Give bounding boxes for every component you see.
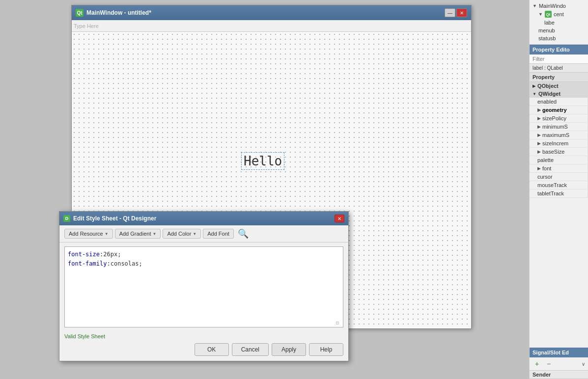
- tree-item-menubar[interactable]: menub: [530, 27, 588, 34]
- property-row-minimums[interactable]: ▶ minimumS: [530, 123, 588, 131]
- property-name-tablettrack: tabletTrack: [530, 190, 588, 197]
- property-editor-title: Property Edito: [532, 47, 570, 53]
- property-row-sizepolicy[interactable]: ▶ sizePolicy: [530, 114, 588, 123]
- add-font-label: Add Font: [207, 231, 229, 237]
- sizeincrem-expand-arrow: ▶: [537, 141, 541, 146]
- maximums-expand-arrow: ▶: [537, 133, 541, 137]
- font-label: font: [542, 165, 551, 171]
- property-name-cursor: cursor: [530, 173, 588, 181]
- help-button[interactable]: Help: [309, 343, 343, 356]
- minimums-expand-arrow: ▶: [537, 124, 541, 129]
- property-label-info: label : QLabel: [530, 64, 588, 73]
- property-row-palette[interactable]: palette: [530, 156, 588, 164]
- property-name-sizeincrem: ▶ sizeIncrem: [530, 139, 588, 147]
- qt-window-title: MainWindow - untitled*: [86, 9, 442, 16]
- add-gradient-arrow: ▼: [152, 232, 156, 236]
- add-resource-label: Add Resource: [69, 231, 103, 237]
- dialog-buttons: OK Cancel Apply Help: [59, 340, 348, 361]
- property-name-basesize: ▶ baseSize: [530, 148, 588, 156]
- css-font-size-property: font-size: [68, 251, 100, 258]
- dialog-titlebar: D Edit Style Sheet - Qt Designer ✕: [59, 212, 348, 225]
- property-filter-input[interactable]: [530, 54, 588, 64]
- valid-style-sheet-status: Valid Style Sheet: [59, 331, 348, 340]
- add-color-arrow: ▼: [193, 232, 196, 236]
- signal-slot-header: Signal/Slot Ed: [530, 348, 588, 357]
- property-name-geometry: ▶ geometry: [530, 106, 588, 114]
- signal-add-button[interactable]: +: [532, 359, 541, 368]
- tree-icon-central: Qt: [545, 11, 552, 18]
- property-row-enabled[interactable]: enabled: [530, 98, 588, 106]
- property-name-minimums: ▶ minimumS: [530, 123, 588, 131]
- signal-slot-title: Signal/Slot Ed: [532, 350, 569, 355]
- property-name-enabled: enabled: [530, 98, 588, 106]
- property-row-cursor[interactable]: cursor: [530, 173, 588, 181]
- property-row-geometry[interactable]: ▶ geometry: [530, 106, 588, 114]
- basesize-expand-arrow: ▶: [537, 149, 541, 154]
- add-resource-arrow: ▼: [105, 232, 109, 236]
- tree-item-label[interactable]: labe: [530, 19, 588, 27]
- qobject-expand-icon: ▶: [532, 84, 535, 88]
- property-row-maximums[interactable]: ▶ maximumS: [530, 131, 588, 139]
- sizeincrem-label: sizeIncrem: [542, 140, 568, 146]
- apply-button[interactable]: Apply: [272, 343, 306, 356]
- signal-slot-toolbar: + − ∨: [530, 357, 588, 371]
- add-color-button[interactable]: Add Color ▼: [163, 229, 201, 239]
- tree-label-central: cent: [554, 11, 564, 17]
- add-gradient-label: Add Gradient: [119, 231, 151, 237]
- tree-item-mainwindow[interactable]: ▼ MainWindo: [530, 2, 588, 10]
- style-sheet-dialog: D Edit Style Sheet - Qt Designer ✕ Add R…: [59, 211, 349, 361]
- qt-menubar: Type Here: [72, 20, 471, 32]
- signal-expand-button[interactable]: ∨: [582, 361, 585, 367]
- qt-app-icon: Qt: [76, 9, 84, 17]
- tree-label-statusbar: statusb: [538, 35, 556, 41]
- resize-handle[interactable]: ⊡: [336, 320, 342, 326]
- css-font-size-value: 26px;: [103, 251, 121, 258]
- main-area: Qt MainWindow - untitled* — ✕ Type Here …: [0, 0, 529, 379]
- property-row-sizeincrem[interactable]: ▶ sizeIncrem: [530, 139, 588, 148]
- dialog-toolbar: Add Resource ▼ Add Gradient ▼ Add Color …: [59, 225, 348, 243]
- geometry-label: geometry: [542, 107, 567, 113]
- geometry-expand-arrow: ▶: [537, 108, 541, 112]
- cancel-button[interactable]: Cancel: [232, 343, 269, 356]
- maximums-label: maximumS: [542, 132, 569, 138]
- tree-arrow-mainwindow: ▼: [532, 3, 537, 8]
- css-line-1: font-size:26px;: [68, 250, 340, 259]
- minimize-button[interactable]: —: [445, 8, 455, 17]
- property-name-sizepolicy: ▶ sizePolicy: [530, 114, 588, 122]
- css-font-family-value: consolas;: [111, 260, 142, 267]
- add-color-label: Add Color: [167, 231, 191, 237]
- tree-label-mainwindow: MainWindo: [539, 3, 566, 9]
- dialog-close-button[interactable]: ✕: [335, 215, 344, 222]
- qwidget-section[interactable]: ▼ QWidget: [530, 90, 588, 98]
- tree-arrow-central: ▼: [538, 12, 543, 17]
- property-name-mousetrack: mouseTrack: [530, 181, 588, 189]
- property-row-mousetrack[interactable]: mouseTrack: [530, 181, 588, 190]
- tree-item-statusbar[interactable]: statusb: [530, 34, 588, 42]
- object-tree: ▼ MainWindo ▼ Qt cent labe menub statusb: [530, 0, 588, 45]
- add-font-button[interactable]: Add Font: [203, 229, 234, 239]
- property-header-row: Property: [530, 73, 588, 82]
- close-button[interactable]: ✕: [456, 8, 467, 17]
- tree-item-central[interactable]: ▼ Qt cent: [530, 10, 588, 19]
- search-icon: 🔍: [238, 228, 249, 239]
- sizepolicy-label: sizePolicy: [542, 115, 566, 121]
- qwidget-expand-icon: ▼: [532, 92, 536, 96]
- property-col-header: Property: [530, 73, 588, 81]
- css-font-family-property: font-family: [68, 260, 107, 267]
- qt-titlebar: Qt MainWindow - untitled* — ✕: [72, 5, 471, 20]
- qwidget-label: QWidget: [538, 91, 560, 97]
- css-editor[interactable]: font-size:26px; font-family:consolas; ⊡: [64, 246, 343, 327]
- property-row-font[interactable]: ▶ font: [530, 164, 588, 173]
- signal-remove-button[interactable]: −: [544, 359, 553, 368]
- ok-button[interactable]: OK: [195, 343, 229, 356]
- menubar-placeholder: Type Here: [74, 23, 99, 29]
- hello-label[interactable]: Hello: [241, 152, 284, 170]
- qobject-label: QObject: [537, 83, 559, 89]
- qt-titlebar-buttons: — ✕: [445, 8, 467, 17]
- minimums-label: minimumS: [542, 124, 568, 130]
- property-row-tablettrack[interactable]: tabletTrack: [530, 190, 588, 198]
- property-row-basesize[interactable]: ▶ baseSize: [530, 148, 588, 156]
- add-gradient-button[interactable]: Add Gradient ▼: [115, 229, 161, 239]
- add-resource-button[interactable]: Add Resource ▼: [64, 229, 113, 239]
- qobject-section[interactable]: ▶ QObject: [530, 82, 588, 90]
